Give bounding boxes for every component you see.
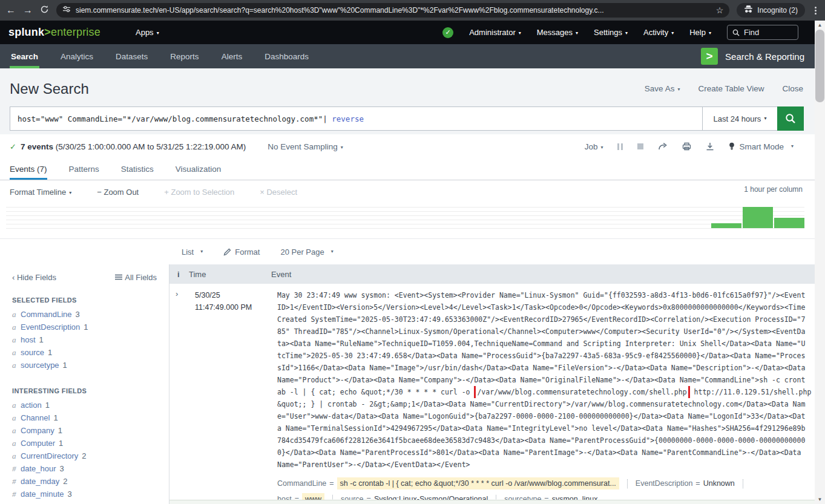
- event-field-EventDescription: EventDescription=Unknown: [636, 479, 735, 488]
- timeline-bar-1[interactable]: [711, 223, 741, 228]
- event-line-highlighted: ab -l | { cat; echo &quot;*/30 * * * * c…: [277, 386, 812, 398]
- event-line: ta><Data Name="RuleName">TechniqueID=T10…: [277, 338, 812, 350]
- find-placeholder: Find: [744, 28, 759, 37]
- list-view-menu[interactable]: List▾: [182, 247, 203, 257]
- event-timestamp: 5/30/25 11:47:49.000 PM: [195, 289, 252, 313]
- nav-item-reports[interactable]: Reports: [169, 44, 200, 68]
- event-field-value-EventDescription[interactable]: Unknown: [703, 479, 735, 488]
- field-source[interactable]: asource1: [0, 346, 169, 359]
- lightbulb-icon: [729, 142, 735, 151]
- results-tabs: Events (7)PatternsStatisticsVisualizatio…: [0, 159, 825, 180]
- nav-item-analytics[interactable]: Analytics: [59, 44, 94, 68]
- field-action[interactable]: aaction1: [0, 399, 169, 411]
- splunk-top-bar: splunk>enterprise Apps▾ ✓ Administrator▾…: [0, 21, 825, 44]
- tab-visualization[interactable]: Visualization: [176, 159, 222, 180]
- page-scrollbar[interactable]: ▲ ▼: [815, 21, 825, 504]
- event-line: ID>1</EventID><Version>5</Version><Level…: [277, 301, 812, 313]
- event-line: a Name="TerminalSessionId">4294967295</D…: [277, 422, 812, 434]
- apps-menu[interactable]: Apps▾: [136, 28, 159, 37]
- format-timeline-menu[interactable]: Format Timeline▾: [10, 188, 71, 197]
- search-query-input[interactable]: host="www" CommandLine="*/var/www/blog.c…: [10, 106, 702, 131]
- field-Channel[interactable]: aChannel1: [0, 411, 169, 424]
- tab-patterns[interactable]: Patterns: [69, 159, 99, 180]
- topbar-menu-settings[interactable]: Settings▾: [594, 28, 628, 37]
- field-date_month[interactable]: adate_month1: [0, 500, 169, 504]
- field-Computer[interactable]: aComputer1: [0, 437, 169, 450]
- bookmark-star-icon[interactable]: ☆: [716, 5, 724, 15]
- browser-reload-icon[interactable]: [40, 5, 49, 16]
- scroll-down-arrow-icon[interactable]: ▼: [815, 497, 825, 502]
- event-raw-text[interactable]: May 30 23:47:49 www sysmon: <Event><Syst…: [277, 289, 812, 504]
- export-icon[interactable]: [706, 142, 714, 151]
- time-range-picker[interactable]: Last 24 hours▾: [702, 106, 777, 131]
- fields-sidebar: ‹ Hide Fields All Fields SELECTED FIELDS…: [0, 264, 169, 504]
- pause-icon[interactable]: [617, 143, 623, 150]
- incognito-icon: [744, 5, 753, 15]
- timeline-histogram[interactable]: [6, 205, 804, 229]
- browser-forward-icon[interactable]: →: [23, 5, 33, 15]
- event-line: Name="Product">-</Data><Data Name="Compa…: [277, 374, 812, 386]
- field-CurrentDirectory[interactable]: aCurrentDirectory2: [0, 450, 169, 462]
- tab-events[interactable]: Events (7): [10, 159, 47, 180]
- timeline-section: Format Timeline▾ − Zoom Out + Zoom to Se…: [0, 180, 825, 239]
- scrollbar-thumb[interactable]: [815, 30, 824, 102]
- job-menu[interactable]: Job▾: [585, 142, 603, 151]
- site-info-icon[interactable]: [62, 5, 71, 16]
- field-CommandLine[interactable]: aCommandLine3: [0, 308, 169, 321]
- result-summary: 7 events (5/30/25 1:00:00.000 AM to 5/31…: [21, 142, 246, 151]
- app-name[interactable]: Search & Reporting: [725, 51, 804, 62]
- search-reporting-app-icon[interactable]: >: [701, 48, 718, 65]
- format-menu[interactable]: Format: [223, 247, 260, 257]
- field-date_minute[interactable]: #date_minute3: [0, 488, 169, 500]
- topbar-menu-activity[interactable]: Activity▾: [643, 28, 674, 37]
- search-mode-menu[interactable]: Smart Mode▾: [729, 142, 794, 151]
- timeline-bar-2[interactable]: [743, 207, 773, 228]
- event-sampling-menu[interactable]: No Event Sampling▾: [268, 142, 343, 151]
- tab-statistics[interactable]: Statistics: [121, 159, 154, 180]
- field-date_mday[interactable]: #date_mday2: [0, 475, 169, 488]
- expand-event-chevron-icon[interactable]: ›: [176, 289, 178, 298]
- search-submit-button[interactable]: [777, 106, 804, 131]
- zoom-out-button[interactable]: − Zoom Out: [97, 188, 139, 197]
- event-field-value-CommandLine[interactable]: sh -c crontab -l | { cat; echo &quot;*/3…: [337, 477, 619, 489]
- annotation-red-box: /var/www/blog.commensuratetechnology.com…: [474, 386, 689, 398]
- events-list-controls: List▾ Format 20 Per Page▾: [169, 239, 815, 264]
- per-page-menu[interactable]: 20 Per Page▾: [280, 247, 333, 257]
- field-Company[interactable]: aCompany1: [0, 424, 169, 437]
- topbar-menu-administrator[interactable]: Administrator▾: [469, 28, 521, 37]
- url-bar[interactable]: siem.commensurate.tech/en-US/app/search/…: [56, 3, 729, 18]
- job-status-bar: ✓ 7 events (5/30/25 1:00:00.000 AM to 5/…: [0, 134, 825, 159]
- nav-item-search[interactable]: Search: [10, 44, 39, 68]
- stop-icon[interactable]: [637, 143, 643, 149]
- nav-item-dashboards[interactable]: Dashboards: [263, 44, 310, 68]
- event-field-CommandLine: CommandLine=sh -c crontab -l | { cat; ec…: [277, 477, 619, 489]
- status-check-icon[interactable]: ✓: [442, 27, 453, 38]
- url-text[interactable]: siem.commensurate.tech/en-US/app/search/…: [76, 6, 711, 15]
- topbar-menu-help[interactable]: Help▾: [689, 28, 711, 37]
- scroll-up-arrow-icon[interactable]: ▲: [815, 22, 825, 28]
- browser-menu-icon[interactable]: [812, 7, 819, 15]
- field-date_hour[interactable]: #date_hour3: [0, 462, 169, 475]
- create-table-view-button[interactable]: Create Table View: [698, 84, 764, 93]
- share-icon[interactable]: [658, 142, 668, 151]
- close-button[interactable]: Close: [782, 84, 803, 93]
- hide-fields-button[interactable]: ‹ Hide Fields: [12, 273, 56, 282]
- find-search-input[interactable]: Find: [727, 25, 798, 40]
- browser-back-icon[interactable]: ←: [6, 5, 16, 15]
- search-icon: [732, 29, 740, 36]
- field-sourcetype[interactable]: asourcetype1: [0, 359, 169, 371]
- topbar-menu-messages[interactable]: Messages▾: [537, 28, 578, 37]
- print-icon[interactable]: [682, 142, 691, 151]
- topbar-menus: Administrator▾Messages▾Settings▾Activity…: [469, 28, 711, 37]
- field-EventDescription[interactable]: aEventDescription1: [0, 321, 169, 333]
- save-as-button[interactable]: Save As▾: [645, 84, 680, 93]
- event-row: › 5/30/25 11:47:49.000 PM May 30 23:47:4…: [169, 284, 815, 504]
- search-icon: [785, 113, 796, 124]
- nav-item-alerts[interactable]: Alerts: [220, 44, 244, 68]
- all-fields-button[interactable]: All Fields: [115, 273, 157, 282]
- spl-command: reverse: [332, 114, 364, 123]
- nav-item-datasets[interactable]: Datasets: [114, 44, 149, 68]
- next-event-row-edge: [169, 500, 815, 504]
- field-host[interactable]: ahost1: [0, 333, 169, 346]
- timeline-bar-3[interactable]: [774, 218, 804, 228]
